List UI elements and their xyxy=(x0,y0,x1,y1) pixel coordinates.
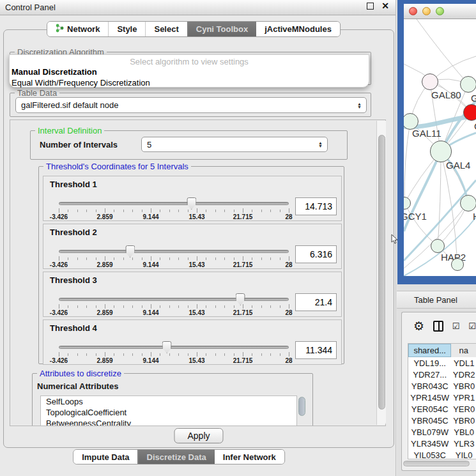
threshold-label: Threshold 3 xyxy=(50,275,97,285)
tick-mark xyxy=(132,257,133,260)
network-node-hap2[interactable] xyxy=(431,239,445,253)
table-row[interactable]: YBL079WYBL0 xyxy=(408,426,476,438)
tick-mark xyxy=(59,256,59,261)
slider-track[interactable] xyxy=(59,346,289,349)
tick-mark xyxy=(280,210,280,212)
table-row[interactable]: YPR145WYPR1 xyxy=(408,392,476,403)
apply-button[interactable]: Apply xyxy=(174,428,223,443)
tick-mark xyxy=(68,353,68,356)
tab-jactivemnodules[interactable]: jActiveMNodules xyxy=(256,22,340,36)
tick-mark xyxy=(215,305,216,308)
attributes-scrollbar[interactable] xyxy=(298,397,305,416)
column-header-na[interactable]: na xyxy=(451,344,476,357)
table-row[interactable]: YIL053CYIL0 xyxy=(408,449,476,459)
tick-mark xyxy=(77,257,78,260)
attribute-item-selfloops[interactable]: SelfLoops xyxy=(41,396,296,407)
threshold-coordinates-title: Threshold's Coordinates for 5 Intervals xyxy=(43,162,191,171)
axis-tick-label: 21.715 xyxy=(233,213,253,220)
checkbox-icon[interactable]: ☑ xyxy=(452,321,460,331)
axis-tick-label: 9.144 xyxy=(142,309,158,316)
table-row[interactable]: YBR045CYBR0 xyxy=(408,415,476,426)
tick-mark xyxy=(243,352,243,357)
threshold-coordinates-group: Threshold's Coordinates for 5 Intervals … xyxy=(38,166,344,364)
tick-mark xyxy=(206,257,206,260)
close-traffic-light-icon[interactable] xyxy=(409,7,417,15)
table-row[interactable]: YLR345WYLR3 xyxy=(408,438,476,449)
network-node-c[interactable] xyxy=(463,104,476,121)
control-panel-titlebar: Control Panel ✕ xyxy=(0,0,395,15)
tab-style[interactable]: Style xyxy=(108,22,145,36)
table-row[interactable]: YER054CYER0 xyxy=(408,403,476,415)
numerical-attributes-label: Numerical Attributes xyxy=(37,381,118,391)
popup-option-manual-discretization[interactable]: Manual Discretization xyxy=(10,66,369,77)
scrollbar-thumb[interactable] xyxy=(378,135,385,410)
node-attribute-table[interactable]: shared...naYDL19...YDL1YDR27...YDR2YBR04… xyxy=(408,343,476,459)
number-of-intervals-combobox[interactable]: 5 ▲▼ xyxy=(141,137,328,152)
attribute-item-betweennesscentrality[interactable]: BetweennessCentrality xyxy=(41,418,296,426)
threshold-slider[interactable]: -3.4262.8599.14415.4321.71528 xyxy=(59,344,289,364)
numerical-attributes-list[interactable]: SelfLoopsTopologicalCoefficientBetweenne… xyxy=(40,395,297,426)
tick-mark xyxy=(270,257,271,260)
tick-mark xyxy=(261,353,262,356)
slider-ticks xyxy=(59,304,289,309)
tab-cyni-toolbox[interactable]: Cyni Toolbox xyxy=(187,22,256,36)
network-node-gal4[interactable] xyxy=(430,141,452,162)
slider-track[interactable] xyxy=(59,298,289,301)
threshold-slider[interactable]: -3.4262.8599.14415.4321.71528 xyxy=(59,249,289,268)
slider-axis-labels: -3.4262.8599.14415.4321.71528 xyxy=(59,357,289,365)
tab-network[interactable]: Network xyxy=(47,22,108,36)
network-canvas[interactable]: GAL80GACGAL11GAL4GCY1HHAP2 xyxy=(404,19,476,276)
settings-vertical-scrollbar[interactable] xyxy=(376,121,386,425)
tick-mark xyxy=(289,208,289,213)
cyni-mode-tab-bar: Impute DataDiscretize DataInfer Network xyxy=(73,449,285,464)
axis-tick-label: 2.859 xyxy=(96,261,112,268)
tab-discretize-data[interactable]: Discretize Data xyxy=(138,450,215,464)
table-row[interactable]: YDL19...YDL1 xyxy=(408,357,476,369)
tab-impute-data[interactable]: Impute Data xyxy=(73,450,137,464)
tab-label: Style xyxy=(117,24,137,34)
table-cell: YIL053C xyxy=(408,449,451,459)
network-node-h[interactable] xyxy=(460,195,476,211)
settings-gear-icon[interactable]: ⚙ xyxy=(413,320,424,332)
threshold-value-field[interactable]: 14.713 xyxy=(295,197,337,215)
table-row[interactable]: YDR27...YDR2 xyxy=(408,369,476,380)
float-window-icon[interactable] xyxy=(367,3,374,10)
table-cell: YLR3 xyxy=(451,438,476,449)
attribute-item-topologicalcoefficient[interactable]: TopologicalCoefficient xyxy=(41,407,296,418)
checkbox-icon[interactable]: ☑ xyxy=(468,321,476,331)
tick-mark xyxy=(142,257,142,260)
slider-track[interactable] xyxy=(59,250,289,253)
tick-mark xyxy=(178,210,179,212)
table-row[interactable]: YBR043CYBR0 xyxy=(408,380,476,392)
tick-mark xyxy=(243,304,243,309)
threshold-value-field[interactable]: 11.344 xyxy=(295,341,337,359)
axis-tick-label: 2.859 xyxy=(96,213,112,220)
column-layout-icon[interactable] xyxy=(433,321,443,332)
zoom-traffic-light-icon[interactable] xyxy=(436,7,444,15)
table-cell: YBR043C xyxy=(408,380,451,392)
tick-mark xyxy=(169,210,170,212)
network-node[interactable] xyxy=(451,258,464,271)
slider-track[interactable] xyxy=(59,202,289,205)
threshold-slider[interactable]: -3.4262.8599.14415.4321.71528 xyxy=(59,296,289,316)
column-header-shared-[interactable]: shared... xyxy=(408,344,451,357)
table-panel-title: Table Panel xyxy=(414,295,457,305)
network-node-label: GAL80 xyxy=(431,89,461,100)
tab-select[interactable]: Select xyxy=(145,22,187,36)
network-node-label: GAL4 xyxy=(446,160,470,171)
network-node-label: GA xyxy=(471,93,476,104)
tick-mark xyxy=(105,352,105,357)
table-horizontal-scrollbar[interactable] xyxy=(403,461,470,466)
axis-tick-label: 28 xyxy=(285,309,292,316)
tab-infer-network[interactable]: Infer Network xyxy=(215,450,284,464)
threshold-slider[interactable]: -3.4262.8599.14415.4321.71528 xyxy=(59,201,289,220)
threshold-value-field[interactable]: 6.316 xyxy=(295,245,337,263)
minimize-traffic-light-icon[interactable] xyxy=(422,7,431,15)
popup-option-equal-width-frequency-discretization[interactable]: Equal Width/Frequency Discretization xyxy=(10,77,369,88)
table-data-combobox[interactable]: galFiltered.sif default node ▲▼ xyxy=(15,97,367,113)
slider-ticks xyxy=(59,352,289,357)
threshold-value-field[interactable]: 21.4 xyxy=(295,293,337,311)
network-node-ga[interactable] xyxy=(460,76,476,93)
network-node-gal80[interactable] xyxy=(422,73,438,90)
close-icon[interactable]: ✕ xyxy=(381,3,389,10)
